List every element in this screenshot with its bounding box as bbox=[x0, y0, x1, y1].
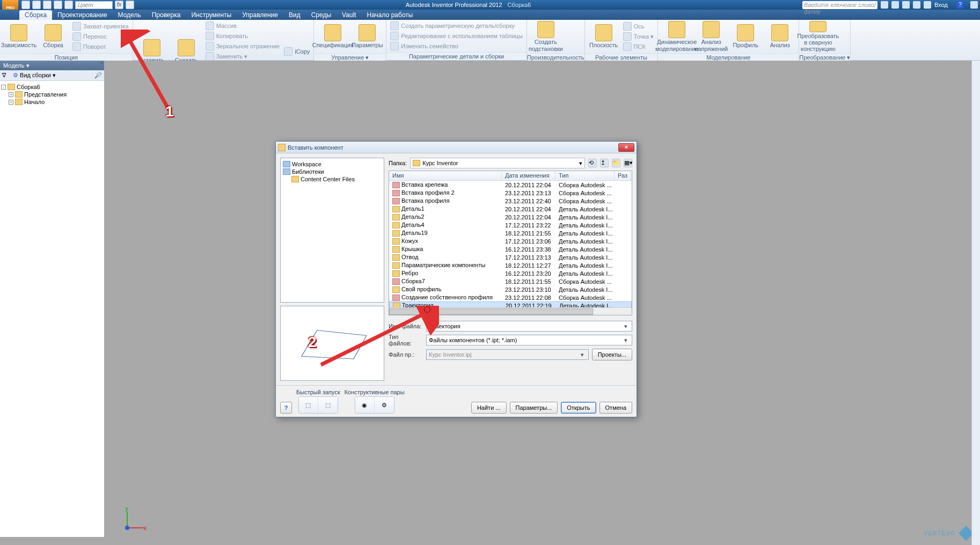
col-name[interactable]: Имя bbox=[389, 171, 502, 180]
view-mode-select[interactable]: ⚙ Вид сборки ▾ bbox=[13, 72, 56, 79]
views-icon[interactable]: ▦▾ bbox=[624, 159, 632, 167]
qat-new-icon[interactable] bbox=[21, 1, 30, 9]
menu-Проектирование[interactable]: Проектирование bbox=[52, 10, 113, 20]
col-type[interactable]: Тип bbox=[555, 171, 615, 180]
ribbon-button-sm[interactable]: Массив bbox=[204, 21, 282, 31]
menu-Модель[interactable]: Модель bbox=[113, 10, 147, 20]
ribbon-button[interactable]: Профиль bbox=[729, 21, 762, 52]
menu-Вид[interactable]: Вид bbox=[283, 10, 306, 20]
file-list-header[interactable]: Имя Дата изменения Тип Раз bbox=[389, 171, 632, 181]
file-row[interactable]: Создание собственного профиля23.12.2011 … bbox=[389, 293, 632, 301]
col-size[interactable]: Раз bbox=[615, 171, 631, 180]
ribbon-button[interactable]: Зависимость bbox=[2, 21, 35, 52]
minimize-icon[interactable] bbox=[970, 1, 978, 9]
qat-redo-icon[interactable] bbox=[64, 1, 73, 9]
file-row[interactable]: Сборка718.12.2011 21:55Сборка Autodesk .… bbox=[389, 277, 632, 285]
qat-color-select[interactable]: Цвет bbox=[75, 1, 113, 9]
ribbon-button-sm[interactable]: Редактирование с использованием таблицы bbox=[389, 31, 524, 41]
ribbon-button-sm[interactable]: Ось bbox=[621, 21, 656, 31]
menu-Проверка[interactable]: Проверка bbox=[147, 10, 186, 20]
location-node[interactable]: Workspace bbox=[283, 160, 382, 168]
dialog-help-icon[interactable]: ? bbox=[280, 402, 292, 414]
file-row[interactable]: Вставка профиля 223.12.2011 23:13Сборка … bbox=[389, 189, 632, 197]
quick-btn-2[interactable]: ⬚ bbox=[318, 397, 338, 413]
file-row[interactable]: Крышка16.12.2011 23:38Деталь Autodesk I.… bbox=[389, 245, 632, 253]
dialog-titlebar[interactable]: Вставить компонент × bbox=[276, 142, 637, 153]
location-tree[interactable]: WorkspaceБиблиотекиContent Center Files bbox=[280, 158, 384, 303]
qat-more-icon[interactable] bbox=[126, 1, 134, 9]
file-list[interactable]: Имя Дата изменения Тип Раз Вставка крепе… bbox=[389, 171, 632, 315]
tree-node[interactable]: +Начало bbox=[1, 98, 103, 106]
ribbon-button[interactable]: Создать подстановки bbox=[529, 21, 562, 52]
up-icon[interactable]: ↥ bbox=[600, 159, 609, 167]
ribbon-button-sm[interactable]: Создать параметрическую деталь/сборку bbox=[389, 21, 524, 31]
location-node[interactable]: Content Center Files bbox=[283, 175, 382, 183]
filter-icon[interactable]: ∇ bbox=[2, 72, 10, 79]
ribbon-button[interactable]: Параметры bbox=[350, 21, 384, 52]
exchange-icon[interactable] bbox=[902, 1, 910, 9]
signin-link[interactable]: Вход bbox=[934, 2, 948, 8]
favorite-icon[interactable] bbox=[913, 1, 920, 9]
ribbon-button-sm[interactable]: Заменить ▾ bbox=[204, 51, 282, 61]
model-panel-header[interactable]: Модель ▾ bbox=[0, 61, 104, 70]
ribbon-button-sm[interactable]: Изменить семейство bbox=[389, 41, 524, 51]
ribbon-button-sm[interactable]: Зеркальное отражение bbox=[204, 41, 282, 51]
tree-node[interactable]: -Сборка6 bbox=[1, 83, 103, 91]
menu-Сборка[interactable]: Сборка bbox=[19, 10, 52, 20]
close-icon[interactable]: × bbox=[618, 143, 634, 152]
ribbon-button[interactable]: Динамическое моделирование bbox=[660, 21, 693, 52]
menu-Среды[interactable]: Среды bbox=[306, 10, 337, 20]
projects-button[interactable]: Проекты... bbox=[592, 349, 632, 360]
panel-close-icon[interactable]: × bbox=[100, 60, 103, 65]
file-row[interactable]: Деталь220.12.2011 22:04Деталь Autodesk I… bbox=[389, 213, 632, 221]
file-row[interactable]: Ребро16.12.2011 23:20Деталь Autodesk I..… bbox=[389, 269, 632, 277]
col-date[interactable]: Дата изменения bbox=[502, 171, 555, 180]
subscription-icon[interactable] bbox=[891, 1, 899, 9]
file-row[interactable]: Параматрические компоненты18.12.2011 12:… bbox=[389, 261, 632, 269]
ribbon-button-sm[interactable]: Перенос bbox=[71, 32, 130, 41]
file-row[interactable]: Свой профиль23.12.2011 23:10Деталь Autod… bbox=[389, 285, 632, 293]
newfolder-icon[interactable]: 📁 bbox=[612, 159, 620, 167]
ribbon-button[interactable]: Анализ bbox=[763, 21, 796, 52]
user-icon[interactable] bbox=[924, 1, 931, 9]
qat-undo-icon[interactable] bbox=[54, 1, 62, 9]
file-row[interactable]: Деталь417.12.2011 23:22Деталь Autodesk I… bbox=[389, 221, 632, 229]
ribbon-button-sm[interactable]: Копировать bbox=[204, 31, 282, 41]
file-row[interactable]: Деталь120.12.2011 22:04Деталь Autodesk I… bbox=[389, 205, 632, 213]
file-row[interactable]: Отвод17.12.2011 23:13Деталь Autodesk I..… bbox=[389, 253, 632, 261]
ribbon-button[interactable]: Анализ напряжений bbox=[694, 21, 728, 52]
ribbon-button-sm[interactable]: iCopy bbox=[282, 47, 311, 56]
app-logo[interactable]: PRO bbox=[2, 0, 18, 10]
file-row[interactable]: Деталь1918.12.2011 21:55Деталь Autodesk … bbox=[389, 229, 632, 237]
cancel-button[interactable]: Отмена bbox=[599, 402, 632, 414]
folder-combo[interactable]: Курс Inventor▾ bbox=[410, 158, 585, 168]
menu-Инструменты[interactable]: Инструменты bbox=[186, 10, 237, 20]
menu-Начало работы[interactable]: Начало работы bbox=[362, 10, 419, 20]
open-button[interactable]: Открыть bbox=[561, 402, 596, 414]
binoculars-icon[interactable]: 🔎 bbox=[94, 72, 102, 79]
file-row[interactable]: Вставка крепежа20.12.2011 22:04Сборка Au… bbox=[389, 181, 632, 189]
right-scrollbar[interactable] bbox=[971, 61, 980, 545]
menu-Vault[interactable]: Vault bbox=[337, 10, 361, 20]
pairs-btn-2[interactable]: ⚙ bbox=[375, 397, 394, 413]
tree-node[interactable]: +Представления bbox=[1, 91, 103, 98]
location-node[interactable]: Библиотеки bbox=[283, 168, 382, 175]
search-input[interactable]: Введите ключевое слово/фразу bbox=[802, 1, 877, 9]
qat-fx-icon[interactable]: fx bbox=[115, 1, 123, 9]
ribbon-button-sm[interactable]: Захват-привязка bbox=[71, 21, 130, 31]
find-button[interactable]: Найти ... bbox=[471, 402, 507, 414]
ribbon-button-sm[interactable]: ПСК bbox=[621, 42, 656, 51]
pairs-btn-1[interactable]: ◉ bbox=[355, 397, 375, 413]
params-button[interactable]: Параметры... bbox=[510, 402, 558, 414]
filetype-select[interactable]: Файлы компонентов (*.ipt; *.iam)▾ bbox=[426, 335, 632, 345]
back-icon[interactable]: ⟲ bbox=[588, 159, 597, 167]
help-icon[interactable]: ? bbox=[956, 1, 964, 9]
menu-Управление[interactable]: Управление bbox=[237, 10, 283, 20]
ribbon-button[interactable]: Спецификация bbox=[316, 21, 349, 52]
file-row[interactable]: Вставка профиля23.12.2011 22:40Сборка Au… bbox=[389, 197, 632, 205]
search-icon[interactable] bbox=[881, 1, 888, 9]
quick-btn-1[interactable]: ⬚ bbox=[299, 397, 318, 413]
ribbon-button[interactable]: Преобразовать в сварную конструкцию bbox=[801, 21, 835, 52]
qat-save-icon[interactable] bbox=[43, 1, 52, 9]
filename-input[interactable]: Траектория▾ bbox=[426, 321, 632, 332]
